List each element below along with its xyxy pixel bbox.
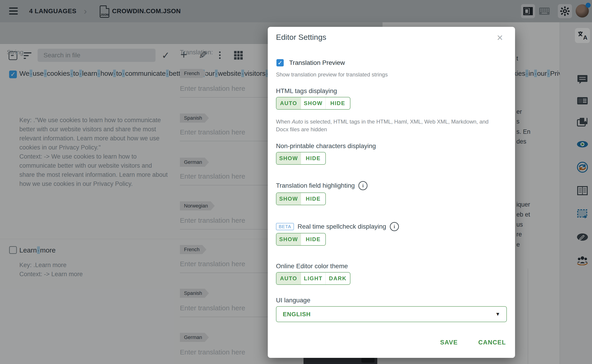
info-icon[interactable]: i — [390, 222, 399, 231]
color-theme-segmented-control: AUTO LIGHT DARK — [276, 272, 350, 285]
segment-option[interactable]: LIGHT — [301, 273, 326, 284]
dialog-title: Editor Settings — [276, 33, 326, 42]
close-icon[interactable]: × — [497, 32, 503, 43]
note-italic: Auto — [292, 118, 303, 125]
translation-preview-checkbox[interactable]: ✓ — [276, 59, 284, 66]
ui-language-select[interactable]: ENGLISH ▼ — [276, 306, 507, 322]
spellcheck-segmented-control: SHOW HIDE — [276, 233, 326, 246]
segment-option[interactable]: HIDE — [326, 97, 350, 109]
segment-option[interactable]: SHOW — [276, 193, 301, 205]
segment-option[interactable]: HIDE — [301, 152, 325, 164]
section-note: When Auto is selected, HTML tags in the … — [276, 118, 501, 133]
html-tags-segmented-control: AUTO SHOW HIDE — [276, 97, 350, 110]
info-icon[interactable]: i — [358, 181, 367, 190]
field-highlighting-segmented-control: SHOW HIDE — [276, 192, 326, 205]
save-button[interactable]: SAVE — [440, 339, 458, 346]
editor-screen: 4 LANGUAGES › JSON CROWDIN.COM.JSON — [0, 0, 592, 364]
section-heading: Translation field highlighting i — [276, 181, 367, 190]
section-heading: HTML tags displaying — [276, 87, 337, 95]
section-heading: BETA Real time spellcheck displaying i — [276, 222, 399, 231]
segment-option[interactable]: HIDE — [301, 193, 325, 205]
editor-settings-dialog: Editor Settings × ✓ Translation Preview … — [268, 27, 515, 358]
section-heading: Non-printable characters displaying — [276, 143, 376, 150]
segment-option[interactable]: AUTO — [276, 97, 301, 109]
segment-option[interactable]: DARK — [326, 273, 350, 284]
ui-language-label: UI language — [276, 297, 310, 304]
ui-language-value: ENGLISH — [283, 311, 311, 318]
translation-preview-label[interactable]: Translation Preview — [289, 59, 345, 66]
segment-option[interactable]: HIDE — [301, 234, 325, 245]
segment-option[interactable]: SHOW — [276, 234, 301, 245]
beta-badge: BETA — [276, 223, 294, 230]
translation-preview-desc: Show translation preview for translated … — [276, 72, 388, 78]
section-heading: Online Editor color theme — [276, 263, 348, 270]
segment-option[interactable]: SHOW — [276, 152, 301, 164]
chevron-down-icon: ▼ — [495, 311, 500, 317]
segment-option[interactable]: SHOW — [301, 97, 326, 109]
segment-option[interactable]: AUTO — [276, 273, 301, 284]
cancel-button[interactable]: CANCEL — [478, 339, 506, 346]
non-printable-segmented-control: SHOW HIDE — [276, 152, 326, 165]
